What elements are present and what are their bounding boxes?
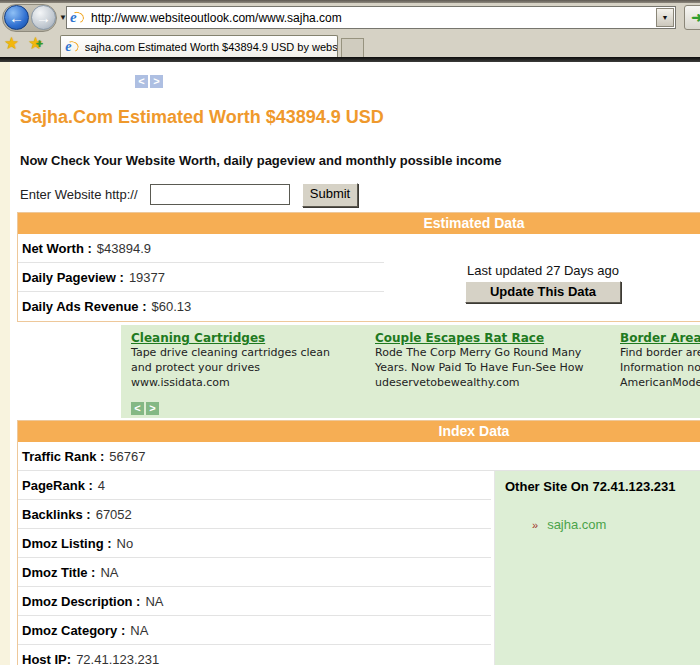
index-data-table: Index Data Traffic Rank :56767 PageRank …: [17, 420, 700, 665]
address-bar[interactable]: e http://www.websiteoutlook.com/www.sajh…: [66, 6, 676, 29]
ad-text-line: and protect your drives: [131, 360, 371, 375]
daily-ads-revenue-label: Daily Ads Revenue :: [22, 299, 147, 314]
page-content: < > Sajha.Com Estimated Worth $43894.9 U…: [17, 62, 700, 665]
estimated-data-header: Estimated Data: [18, 213, 700, 234]
update-panel: Last updated 27 Days ago Update This Dat…: [463, 263, 623, 303]
ad-item: Border Area Rug Find border area ru Info…: [620, 331, 700, 390]
go-icon[interactable]: ➜: [684, 5, 700, 30]
dmoz-description-value: NA: [145, 594, 163, 609]
tab-favicon: e: [65, 39, 79, 54]
tab-toolbar: ★ ★ + e sajha.com Estimated Worth $43894…: [0, 33, 700, 57]
next-arrow-icon[interactable]: >: [150, 75, 163, 88]
browser-chrome: ← → ▼ e http://www.websiteoutlook.com/ww…: [0, 0, 700, 57]
ad-item: Couple Escapes Rat Race Rode The Corp Me…: [375, 331, 615, 390]
url-text: http://www.websiteoutlook.com/www.sajha.…: [91, 11, 342, 25]
net-worth-row: Net Worth :$43894.9: [18, 234, 700, 263]
ad-text-line: Information now.: [620, 360, 700, 375]
other-sites-panel: Other Site On 72.41.123.231 »sajha.com: [494, 471, 700, 665]
forward-button[interactable]: →: [31, 5, 56, 30]
update-data-button[interactable]: Update This Data: [465, 281, 621, 303]
page-title: Sajha.Com Estimated Worth $43894.9 USD: [20, 107, 384, 128]
dmoz-title-label: Dmoz Title :: [22, 565, 95, 580]
last-updated-text: Last updated 27 Days ago: [463, 263, 623, 278]
ad-domain: www.issidata.com: [131, 375, 371, 390]
next-arrow-icon[interactable]: >: [146, 402, 159, 415]
other-site-item: »sajha.com: [532, 517, 700, 532]
other-sites-title: Other Site On 72.41.123.231: [505, 479, 700, 494]
ad-link[interactable]: Border Area Rug: [620, 331, 700, 345]
navigation-toolbar: ← → ▼ e http://www.websiteoutlook.com/ww…: [0, 3, 700, 33]
page-left-margin: [0, 62, 10, 665]
ie-page-icon: e: [70, 10, 86, 26]
browser-tab[interactable]: e sajha.com Estimated Worth $43894.9 USD…: [60, 35, 338, 57]
dmoz-listing-label: Dmoz Listing :: [22, 536, 112, 551]
dmoz-description-label: Dmoz Description :: [22, 594, 140, 609]
page-subtitle: Now Check Your Website Worth, daily page…: [20, 153, 502, 168]
backlinks-label: Backlinks :: [22, 507, 91, 522]
host-ip-label: Host IP:: [22, 652, 71, 665]
submit-button[interactable]: Submit: [302, 183, 358, 207]
ad-domain: udeservetobewealthy.com: [375, 375, 615, 390]
traffic-rank-value: 56767: [109, 449, 145, 464]
host-ip-value: 72.41.123.231: [76, 652, 159, 665]
prev-arrow-icon[interactable]: <: [131, 402, 144, 415]
add-favorite-icon[interactable]: ★ +: [28, 33, 43, 54]
ad-link[interactable]: Couple Escapes Rat Race: [375, 331, 615, 345]
ad-item: Cleaning Cartridges Tape drive cleaning …: [131, 331, 371, 390]
website-input[interactable]: [150, 184, 290, 205]
favorites-star-icon[interactable]: ★: [4, 33, 19, 54]
pagerank-label: PageRank :: [22, 478, 93, 493]
dmoz-title-value: NA: [100, 565, 118, 580]
website-input-label: Enter Website http://: [20, 187, 138, 202]
new-tab-stub[interactable]: [341, 38, 364, 57]
top-ad-pager: < >: [135, 75, 163, 88]
net-worth-value: $43894.9: [97, 241, 151, 256]
index-data-header: Index Data: [18, 421, 700, 442]
ad-text-line: Find border area ru: [620, 345, 700, 360]
ad-link[interactable]: Cleaning Cartridges: [131, 331, 371, 345]
backlinks-value: 67052: [96, 507, 132, 522]
back-button[interactable]: ←: [4, 5, 29, 30]
ad-text-line: Years. Now Paid To Have Fun-See How: [375, 360, 615, 375]
bottom-ad-pager: < >: [131, 402, 159, 415]
prev-arrow-icon[interactable]: <: [135, 75, 148, 88]
pagerank-value: 4: [98, 478, 105, 493]
dmoz-category-label: Dmoz Category :: [22, 623, 125, 638]
plus-icon: +: [36, 37, 43, 51]
estimated-data-table: Estimated Data Net Worth :$43894.9 Daily…: [17, 212, 700, 322]
dmoz-listing-value: No: [117, 536, 134, 551]
address-dropdown-button[interactable]: ▼: [656, 8, 674, 27]
ads-banner: Cleaning Cartridges Tape drive cleaning …: [121, 325, 700, 418]
net-worth-label: Net Worth :: [22, 241, 92, 256]
traffic-rank-label: Traffic Rank :: [22, 449, 104, 464]
daily-pageview-value: 19377: [129, 270, 165, 285]
other-site-link[interactable]: sajha.com: [547, 517, 606, 532]
dmoz-category-value: NA: [130, 623, 148, 638]
traffic-rank-row: Traffic Rank :56767: [18, 442, 700, 471]
browser-window: ← → ▼ e http://www.websiteoutlook.com/ww…: [0, 0, 700, 665]
ad-text-line: Rode The Corp Merry Go Round Many: [375, 345, 615, 360]
ad-text-line: Tape drive cleaning cartridges clean: [131, 345, 371, 360]
daily-pageview-label: Daily Pageview :: [22, 270, 124, 285]
arrow-bullet-icon: »: [532, 519, 538, 531]
tab-title: sajha.com Estimated Worth $43894.9 USD b…: [85, 41, 337, 53]
webpage: < > Sajha.Com Estimated Worth $43894.9 U…: [0, 62, 700, 665]
ad-domain: AmericanModernLiv: [620, 375, 700, 390]
daily-ads-revenue-value: $60.13: [152, 299, 192, 314]
